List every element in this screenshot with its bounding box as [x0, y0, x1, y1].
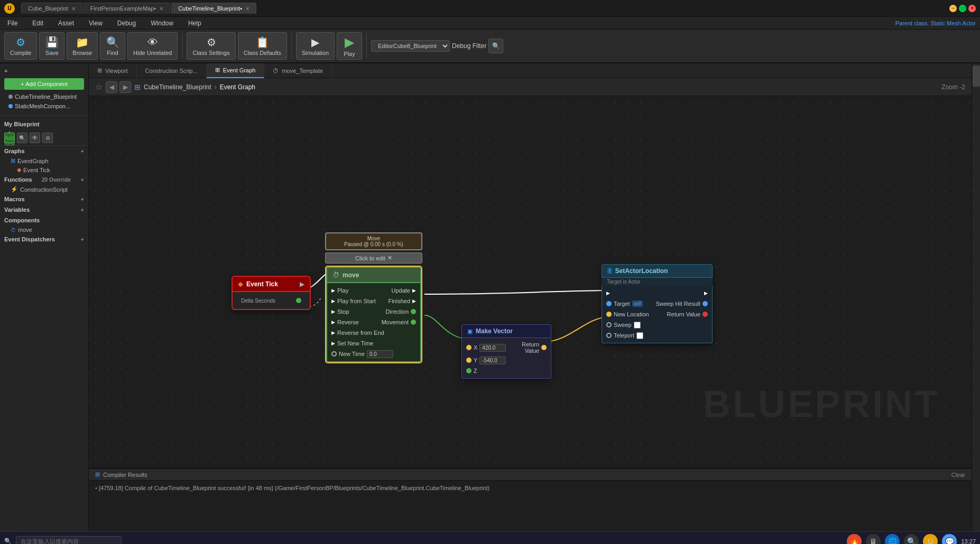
- tab-first-person-map[interactable]: FirstPersonExampleMap• ✕: [84, 3, 170, 14]
- hide-unrelated-button[interactable]: 👁 Hide Unrelated: [127, 32, 178, 60]
- scrollbar-thumb[interactable]: [973, 65, 980, 87]
- make-vector-body: X Return Value Y: [461, 338, 551, 379]
- class-defaults-button[interactable]: 📋 Class Defaults: [238, 32, 287, 60]
- tab-close-cube[interactable]: ✕: [71, 6, 76, 12]
- sweep-pin[interactable]: [606, 322, 612, 327]
- compile-button[interactable]: ⚙ Compile: [4, 32, 37, 60]
- tab-construction-script[interactable]: Construction Scrip...: [137, 63, 207, 78]
- tab-close-fp[interactable]: ✕: [159, 6, 163, 12]
- graph-area[interactable]: BLUEPRINT ◆ Event Tick ▶: [89, 96, 972, 468]
- taskbar-icon-fire[interactable]: 🔥: [847, 534, 862, 545]
- save-button[interactable]: 💾 Save: [39, 32, 64, 60]
- movement-pin[interactable]: [411, 320, 416, 325]
- functions-add[interactable]: +: [81, 176, 84, 183]
- component-item-mesh[interactable]: StaticMeshCompon...: [4, 101, 84, 111]
- teleport-checkbox[interactable]: [636, 332, 643, 339]
- graphs-add[interactable]: +: [81, 148, 84, 154]
- breadcrumb-back[interactable]: ◀: [106, 81, 117, 93]
- minimize-button[interactable]: ─: [949, 5, 957, 12]
- target-pin[interactable]: [606, 301, 612, 306]
- y-input[interactable]: [479, 357, 506, 364]
- eye-button[interactable]: 👁: [30, 133, 40, 143]
- return-value-pin[interactable]: [541, 345, 547, 350]
- menu-file[interactable]: File: [4, 18, 21, 28]
- graphs-label: Graphs: [4, 148, 25, 154]
- taskbar-icon-monitor[interactable]: 🖥: [866, 534, 881, 545]
- breadcrumb-star[interactable]: ☆: [95, 82, 103, 92]
- event-tick-node[interactable]: ◆ Event Tick ▶ Delta Seconds: [232, 276, 311, 310]
- variables-section-header[interactable]: Variables +: [0, 204, 88, 215]
- tab-cube-timeline[interactable]: CubeTimeline_Blueprint• ✕: [171, 3, 256, 14]
- menu-help[interactable]: Help: [185, 18, 205, 28]
- taskbar-icon-ue[interactable]: U: [923, 534, 938, 545]
- delta-seconds-pin[interactable]: [296, 298, 301, 303]
- click-to-edit-button[interactable]: Click to edit ✕: [325, 252, 422, 264]
- x-input[interactable]: [479, 344, 506, 352]
- right-scrollbar[interactable]: [972, 63, 980, 531]
- event-tick-item[interactable]: ◆ Event Tick: [0, 165, 88, 174]
- tab-close-timeline[interactable]: ✕: [245, 6, 249, 12]
- update-label: Update: [392, 287, 410, 294]
- clear-button[interactable]: Clear: [951, 472, 965, 478]
- breadcrumb-forward[interactable]: ▶: [119, 81, 131, 93]
- sweep-hit-pin[interactable]: [702, 301, 708, 306]
- tab-move-template[interactable]: ⏱ move_Template: [264, 63, 332, 78]
- teleport-pin[interactable]: [606, 333, 612, 338]
- direction-pin[interactable]: [411, 309, 416, 314]
- macros-add[interactable]: +: [81, 196, 84, 202]
- menu-window[interactable]: Window: [147, 18, 177, 28]
- taskbar-search-input[interactable]: [16, 536, 122, 545]
- component-item-cube[interactable]: CubeTimeline_Blueprint: [4, 92, 84, 101]
- y-pin[interactable]: [466, 358, 471, 363]
- browse-icon: 📁: [76, 36, 89, 49]
- class-defaults-icon: 📋: [256, 36, 269, 49]
- tab-viewport[interactable]: ⊞ Viewport: [89, 63, 137, 78]
- menu-asset[interactable]: Asset: [55, 18, 77, 28]
- new-location-pin[interactable]: [606, 312, 612, 317]
- taskbar-icon-search[interactable]: 🔍: [904, 534, 919, 545]
- tab-cube-blueprint[interactable]: Cube_Blueprint ✕: [21, 3, 82, 14]
- search-button-left[interactable]: 🔍: [17, 133, 27, 143]
- menu-debug[interactable]: Debug: [114, 18, 139, 28]
- new-time-pin[interactable]: [331, 351, 337, 357]
- menu-view[interactable]: View: [86, 18, 106, 28]
- variables-add[interactable]: +: [81, 207, 84, 213]
- construction-script-item[interactable]: ⚡ ConstructionScript: [0, 185, 88, 194]
- z-pin[interactable]: [466, 368, 471, 373]
- event-tick-diamond: ◆: [238, 280, 243, 288]
- components-section-header-bp[interactable]: Components: [0, 215, 88, 226]
- add-component-button[interactable]: + Add Component: [4, 78, 84, 90]
- simulation-button[interactable]: ▶ Simulation: [296, 32, 335, 60]
- taskbar-icon-chat[interactable]: 💬: [942, 534, 957, 545]
- browse-button[interactable]: 📁 Browse: [67, 32, 98, 60]
- sweep-checkbox[interactable]: [634, 322, 641, 329]
- taskbar-icon-chrome[interactable]: 🌐: [885, 534, 900, 545]
- event-dispatchers-add[interactable]: +: [81, 236, 84, 242]
- debug-filter-select[interactable]: EditorCube8_Blueprint: [371, 40, 450, 52]
- macros-section-header[interactable]: Macros +: [0, 194, 88, 204]
- play-label: Play: [337, 287, 348, 294]
- move-component-item[interactable]: ⏱ move: [0, 226, 88, 234]
- return-val-pin[interactable]: [702, 312, 708, 317]
- debug-search-button[interactable]: 🔍: [488, 39, 503, 53]
- settings-button[interactable]: ⚙: [42, 133, 53, 143]
- play-button[interactable]: ▶ Play: [337, 32, 362, 60]
- find-button[interactable]: 🔍 Find: [100, 32, 125, 60]
- tab-event-graph[interactable]: ⊞ Event Graph: [207, 63, 265, 78]
- event-dispatchers-header[interactable]: Event Dispatchers +: [0, 234, 88, 245]
- event-graph-item[interactable]: ⊞ EventGraph: [0, 156, 88, 165]
- x-pin[interactable]: [466, 345, 471, 350]
- class-settings-button[interactable]: ⚙ Class Settings: [187, 32, 235, 60]
- graphs-section-header[interactable]: Graphs +: [0, 146, 88, 156]
- set-time-in: ▶ Set New Time: [331, 340, 373, 346]
- new-time-input[interactable]: [367, 350, 393, 358]
- add-new-button[interactable]: + Add New: [4, 133, 15, 143]
- set-actor-location-node[interactable]: f SetActorLocation Target is Actor ▶ ▶ T…: [602, 264, 713, 343]
- close-button[interactable]: ✕: [968, 5, 976, 12]
- make-vector-node[interactable]: ▣ Make Vector X Return Value: [461, 324, 551, 379]
- tab-label: Cube_Blueprint: [28, 5, 68, 12]
- menu-edit[interactable]: Edit: [29, 18, 47, 28]
- functions-section-header[interactable]: Functions 20 Override +: [0, 174, 88, 185]
- reverse-from-end-label: Reverse from End: [337, 330, 384, 336]
- maximize-button[interactable]: □: [959, 5, 966, 12]
